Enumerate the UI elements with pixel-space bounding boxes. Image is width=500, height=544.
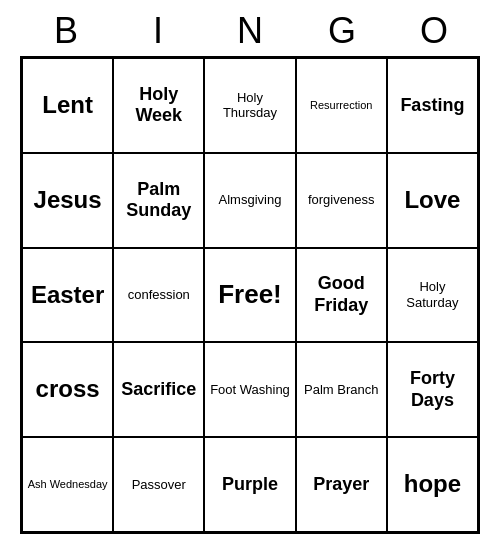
bingo-cell-12: Free! xyxy=(204,248,295,343)
bingo-cell-15: cross xyxy=(22,342,113,437)
bingo-grid: LentHoly WeekHoly ThursdayResurrectionFa… xyxy=(20,56,480,534)
bingo-cell-18: Palm Branch xyxy=(296,342,387,437)
bingo-cell-5: Jesus xyxy=(22,153,113,248)
bingo-title: B I N G O xyxy=(20,10,480,52)
bingo-cell-0: Lent xyxy=(22,58,113,153)
bingo-cell-2: Holy Thursday xyxy=(204,58,295,153)
bingo-cell-6: Palm Sunday xyxy=(113,153,204,248)
letter-o: O xyxy=(390,10,478,52)
bingo-cell-24: hope xyxy=(387,437,478,532)
bingo-cell-16: Sacrifice xyxy=(113,342,204,437)
letter-i: I xyxy=(114,10,202,52)
letter-n: N xyxy=(206,10,294,52)
bingo-cell-17: Foot Washing xyxy=(204,342,295,437)
bingo-cell-10: Easter xyxy=(22,248,113,343)
bingo-cell-13: Good Friday xyxy=(296,248,387,343)
bingo-cell-9: Love xyxy=(387,153,478,248)
bingo-cell-23: Prayer xyxy=(296,437,387,532)
bingo-cell-21: Passover xyxy=(113,437,204,532)
bingo-cell-19: Forty Days xyxy=(387,342,478,437)
letter-b: B xyxy=(22,10,110,52)
bingo-cell-3: Resurrection xyxy=(296,58,387,153)
bingo-cell-22: Purple xyxy=(204,437,295,532)
bingo-cell-1: Holy Week xyxy=(113,58,204,153)
bingo-cell-7: Almsgiving xyxy=(204,153,295,248)
letter-g: G xyxy=(298,10,386,52)
bingo-cell-4: Fasting xyxy=(387,58,478,153)
bingo-cell-20: Ash Wednesday xyxy=(22,437,113,532)
bingo-cell-14: Holy Saturday xyxy=(387,248,478,343)
bingo-cell-8: forgiveness xyxy=(296,153,387,248)
bingo-cell-11: confession xyxy=(113,248,204,343)
